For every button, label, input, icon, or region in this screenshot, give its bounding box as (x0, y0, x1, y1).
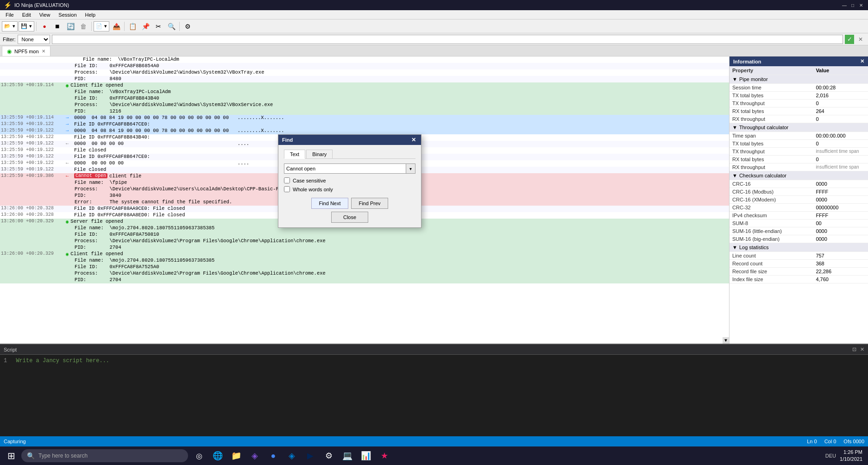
taskbar-time: 1:26 PM (840, 449, 862, 456)
taskbar-search[interactable]: 🔍 Type here to search (21, 449, 188, 462)
whole-words-checkbox[interactable] (284, 186, 290, 192)
edge-browser-button[interactable]: 🌐 (209, 447, 226, 464)
rx-arrow-icon: ← (66, 141, 74, 146)
copy-button[interactable]: 📋 (126, 21, 138, 32)
capture-button[interactable]: ● (38, 21, 50, 32)
close-button[interactable]: ✕ (858, 2, 864, 8)
settings-button[interactable]: ⚙ (182, 21, 194, 32)
info-row: SUM-16 (little-endian)0000 (730, 227, 868, 235)
info-row: Time span00:00:00.000 (730, 132, 868, 140)
gear-icon: ⚙ (185, 23, 191, 30)
minimize-button[interactable]: — (841, 2, 848, 8)
filter-clear-button[interactable]: ✕ (856, 35, 865, 44)
info-val: 4,760 (813, 276, 868, 283)
info-row: CRC-3200000000 (730, 204, 868, 212)
maximize-button[interactable]: □ (849, 2, 856, 8)
toolbar-sep3 (124, 22, 125, 31)
info-prop: Session time (730, 84, 813, 92)
info-prop-header: Property (730, 66, 813, 75)
script-comment: Write a Jancy script here... (16, 358, 109, 364)
visual-studio-button[interactable]: ◈ (246, 447, 263, 464)
find-dropdown-button[interactable]: ▾ (406, 163, 415, 174)
menu-edit[interactable]: Edit (19, 11, 35, 19)
section-toggle-logstats[interactable]: ▼ (732, 245, 737, 250)
info-val: FFFF (813, 188, 868, 196)
section-log-stats: ▼Log statistics (730, 243, 868, 252)
chrome-button[interactable]: ● (265, 447, 282, 464)
info-prop: Time span (730, 132, 813, 140)
log-line: PID: 8480 (0, 76, 729, 82)
filter-select[interactable]: None Text Binary (18, 35, 50, 44)
toolbar-open-dropdown[interactable]: 📂 ▾ (2, 21, 18, 31)
client-opened-icon: ◉ (66, 82, 69, 88)
info-prop: SUM-8 (730, 220, 813, 227)
new-session-icon: 📄 (96, 23, 102, 29)
tab-npf5mon[interactable]: ◉ NPF5 mon ✕ (2, 46, 50, 56)
find-tab-text[interactable]: Text (284, 150, 305, 159)
app10-button[interactable]: 📊 (358, 447, 374, 464)
task-view-button[interactable]: ◎ (191, 447, 208, 464)
find-search-input[interactable] (284, 163, 406, 174)
info-panel-close-icon[interactable]: ✕ (860, 58, 864, 64)
log-line: Process: \Device\HarddiskVolume2\Windows… (0, 69, 729, 76)
info-val: 0 (813, 156, 868, 163)
filter-ok-button[interactable]: ✓ (845, 35, 854, 44)
tab-close-button[interactable]: ✕ (42, 49, 45, 54)
stop-button[interactable]: ⏹ (51, 21, 63, 32)
app8-button[interactable]: ⚙ (321, 447, 337, 464)
vscode-button[interactable]: ◈ (283, 447, 300, 464)
info-panel-title: Information (733, 59, 761, 64)
menu-file[interactable]: File (2, 11, 18, 19)
section-toggle-pipe[interactable]: ▼ (732, 76, 737, 82)
case-sensitive-checkbox[interactable] (284, 177, 290, 183)
log-line: File name: \mojo.2704.8020.1807551105963… (0, 258, 729, 264)
log-line: 13:26:00 +00:20.329 ◉ Client file opened (0, 251, 729, 258)
clear-button[interactable]: 🗑 (77, 21, 89, 32)
filter-input[interactable] (52, 35, 843, 44)
find-close-button[interactable]: Close (331, 212, 368, 223)
toolbar-new-session[interactable]: 📄 ▾ (94, 21, 109, 31)
section-toggle-checksum[interactable]: ▼ (732, 173, 737, 178)
menu-session[interactable]: Session (55, 11, 80, 19)
cut-icon: ✂ (156, 23, 161, 30)
paste-button[interactable]: 📌 (139, 21, 151, 32)
paste-icon: 📌 (142, 23, 150, 30)
app-title: IO Ninja (EVALUATION) (14, 2, 69, 8)
menu-help[interactable]: Help (82, 11, 100, 19)
log-line: File name: \VBoxTrayIPC-LocalAdm (0, 89, 729, 95)
find-button[interactable]: 🔍 (165, 21, 177, 32)
info-val: 00 (813, 220, 868, 227)
status-ln: Ln 0 (807, 439, 817, 444)
info-prop: CRC-16 (XModem) (730, 196, 813, 204)
title-bar-left: ⚡ IO Ninja (EVALUATION) (4, 1, 69, 9)
start-button[interactable]: ⊞ (2, 447, 20, 464)
find-prev-button[interactable]: Find Prev (351, 198, 388, 209)
find-tab-binary[interactable]: Binary (306, 150, 333, 158)
status-left: Capturing (4, 439, 26, 444)
app11-button[interactable]: ★ (376, 447, 393, 464)
export-button[interactable]: 📤 (110, 21, 122, 32)
find-dialog-buttons: Find Next Find Prev (284, 198, 415, 209)
powershell-button[interactable]: ▶ (302, 447, 319, 464)
find-next-button[interactable]: Find Next (311, 198, 348, 209)
script-float-button[interactable]: ⊡ (852, 346, 856, 352)
search-placeholder: Type here to search (38, 452, 88, 459)
file-explorer-button[interactable]: 📁 (228, 447, 245, 464)
find-dialog-close-button[interactable]: ✕ (410, 136, 417, 144)
main-content: File name: \VBoxTrayIPC-LocalAdm File ID… (0, 57, 868, 344)
app9-button[interactable]: 💻 (339, 447, 356, 464)
info-row: SUM-800 (730, 220, 868, 227)
refresh-button[interactable]: 🔄 (64, 21, 76, 32)
export-icon: 📤 (113, 23, 120, 30)
client-opened2-icon: ◉ (66, 251, 69, 257)
new-session-arrow: ▾ (104, 23, 107, 29)
script-close-button[interactable]: ✕ (860, 346, 864, 352)
scroll-down-button[interactable]: ▼ (723, 337, 729, 344)
info-prop: TX throughput (730, 148, 813, 156)
toolbar-save-dropdown[interactable]: 💾 ▾ (19, 21, 34, 31)
info-prop: Record file size (730, 268, 813, 276)
cut-button[interactable]: ✂ (152, 21, 164, 32)
info-val: FFFF (813, 212, 868, 220)
menu-view[interactable]: View (36, 11, 54, 19)
section-toggle-throughput[interactable]: ▼ (732, 125, 737, 130)
